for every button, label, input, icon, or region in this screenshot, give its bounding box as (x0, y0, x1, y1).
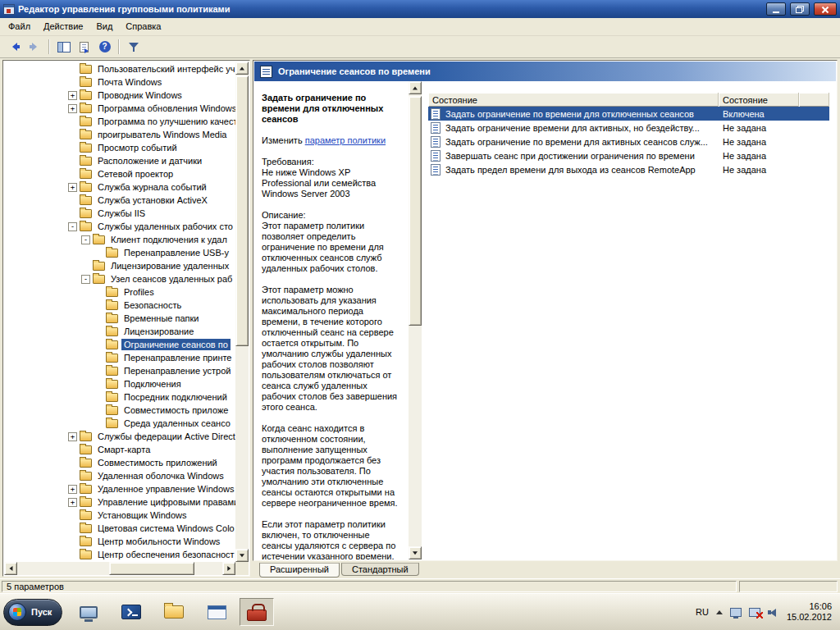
toolbar-button[interactable] (4, 38, 25, 56)
tree-expander-icon[interactable]: + (68, 104, 77, 113)
menu-item[interactable]: Справка (119, 18, 167, 35)
policy-row[interactable]: Задать предел времени для выхода из сеан… (428, 162, 829, 176)
edit-policy-setting-link[interactable]: параметр политики (305, 135, 386, 145)
tree-expander-icon[interactable]: + (68, 91, 77, 100)
tree-item[interactable]: Совместимость приложений (4, 456, 235, 469)
close-button[interactable] (814, 2, 837, 16)
scroll-right-button[interactable] (222, 562, 235, 575)
tree-item[interactable]: Цветовая система Windows Colo (4, 522, 235, 535)
tree-item[interactable]: Посредник подключений (4, 390, 235, 404)
tree-item[interactable]: - Службы удаленных рабочих сто (4, 220, 235, 233)
tree-item[interactable]: Установщик Windows (4, 509, 235, 522)
tray-network-icon[interactable] (749, 608, 760, 617)
tree-expander-icon[interactable]: + (68, 183, 77, 192)
tree-item[interactable]: Перенаправление USB-у (4, 246, 235, 259)
scroll-up-button[interactable] (409, 81, 422, 94)
tree-item[interactable]: + Управление цифровыми правами (4, 495, 235, 509)
policy-state: Не задана (719, 137, 799, 147)
tree-item[interactable]: Лицензирование удаленных (4, 259, 235, 272)
menu-item[interactable]: Файл (2, 18, 37, 35)
view-tab[interactable]: Стандартный (341, 563, 419, 576)
tree-item[interactable]: Центр обеспечения безопасност (4, 548, 235, 561)
policy-row[interactable]: Задать ограничение времени для активных,… (428, 121, 829, 135)
powershell-icon[interactable] (120, 600, 143, 624)
chevron-up-icon[interactable] (716, 610, 723, 614)
tree-item[interactable]: + Проводник Windows (4, 89, 235, 102)
clock[interactable]: 16:06 15.02.2012 (787, 601, 832, 623)
tree-item-label: Расположение и датчики (95, 155, 204, 167)
tree-item[interactable]: Смарт-карта (4, 443, 235, 456)
tree-expander-icon[interactable]: - (81, 275, 90, 284)
tree-item[interactable]: Лицензирование (4, 325, 235, 338)
maximize-button[interactable] (790, 2, 810, 16)
folder-icon (93, 262, 105, 271)
toolbar-button[interactable] (25, 38, 45, 56)
tree-item[interactable]: + Программа обновления Windows (4, 102, 235, 115)
tree-hscroll-thumb[interactable] (109, 562, 194, 575)
tree-item[interactable]: Удаленная оболочка Windows (4, 469, 235, 482)
tree-item[interactable]: Почта Windows (4, 75, 235, 89)
tray-display-icon[interactable] (730, 608, 742, 617)
tree-item[interactable]: Перенаправление принте (4, 351, 235, 364)
scroll-down-button[interactable] (409, 546, 422, 559)
state-column-header[interactable]: Состояние (719, 93, 799, 107)
explorer-icon[interactable] (162, 600, 185, 624)
tree-vscroll-thumb[interactable] (235, 75, 249, 346)
tree-item[interactable]: Подключения (4, 377, 235, 390)
description-scroll-thumb[interactable] (409, 96, 422, 326)
tree-item[interactable]: Profiles (4, 285, 235, 299)
tree-item[interactable]: - Клиент подключения к удал (4, 233, 235, 246)
menu-item[interactable]: Вид (89, 18, 119, 35)
setting-column-header[interactable]: Состояние (428, 93, 719, 107)
toolbar-button[interactable] (53, 38, 74, 56)
tree-item[interactable]: Сетевой проектор (4, 167, 235, 180)
scroll-left-button[interactable] (4, 562, 17, 575)
tree-item[interactable]: Программа по улучшению качест (4, 115, 235, 128)
group-policy-editor-task-button[interactable] (240, 598, 274, 626)
tree-horizontal-scrollbar[interactable] (4, 562, 235, 575)
tree-item[interactable]: Перенаправление устрой (4, 364, 235, 377)
tree-item[interactable]: Службы IIS (4, 207, 235, 220)
tree-expander-icon[interactable]: + (68, 485, 77, 494)
description-scrollbar[interactable] (409, 81, 422, 559)
view-tab[interactable]: Расширенный (259, 563, 340, 578)
tree-item[interactable]: Расположение и датчики (4, 154, 235, 167)
toolbar-button[interactable] (74, 38, 94, 56)
tree-expander-icon[interactable]: - (81, 235, 90, 244)
language-indicator[interactable]: RU (696, 607, 709, 617)
tree-item[interactable]: проигрыватель Windows Media (4, 128, 235, 141)
tree-vertical-scrollbar[interactable] (235, 62, 249, 562)
tree-item[interactable]: Временные папки (4, 312, 235, 325)
toolbar-button[interactable] (123, 38, 144, 56)
toolbar-button[interactable]: ? (94, 38, 115, 56)
title-bar: Редактор управления групповыми политикам… (0, 0, 840, 18)
policy-row[interactable]: Задать ограничение по времени для активн… (428, 135, 829, 148)
menu-item[interactable]: Действие (37, 18, 89, 35)
tree-item[interactable]: Просмотр событий (4, 141, 235, 154)
tree-item[interactable]: Служба установки ActiveX (4, 194, 235, 207)
server-manager-icon[interactable] (77, 600, 100, 624)
tree-item[interactable]: Центр мобильности Windows (4, 535, 235, 548)
tree-expander-icon[interactable]: + (68, 432, 77, 441)
policy-row[interactable]: Задать ограничение по времени для отключ… (428, 107, 829, 121)
console-window-icon[interactable] (205, 600, 228, 624)
start-button[interactable]: Пуск (3, 599, 62, 626)
tree-item[interactable]: + Удаленное управление Windows (4, 482, 235, 495)
tree-item[interactable]: - Узел сеансов удаленных раб (4, 272, 235, 285)
folder-icon (80, 209, 92, 218)
minimize-button[interactable] (766, 2, 786, 16)
scroll-up-button[interactable] (235, 62, 249, 75)
tree-item[interactable]: Безопасность (4, 299, 235, 312)
tree-item[interactable]: Совместимость приложе (4, 404, 235, 417)
tree-item[interactable]: + Служба журнала событий (4, 180, 235, 194)
tree-expander-icon[interactable]: + (68, 498, 77, 507)
scroll-down-button[interactable] (235, 549, 249, 562)
tree-item[interactable]: Пользовательский интерфейс уч (4, 62, 235, 75)
tree-item[interactable]: + Службы федерации Active Direct (4, 430, 235, 443)
toolbar-button-icon (80, 42, 89, 52)
tree-item[interactable]: Среда удаленных сеансо (4, 417, 235, 430)
tree-item[interactable]: Ограничение сеансов по (4, 338, 235, 351)
tree-expander-icon[interactable]: - (68, 222, 77, 231)
tray-volume-icon[interactable] (768, 608, 779, 617)
policy-row[interactable]: Завершать сеанс при достижении ограничен… (428, 148, 829, 162)
